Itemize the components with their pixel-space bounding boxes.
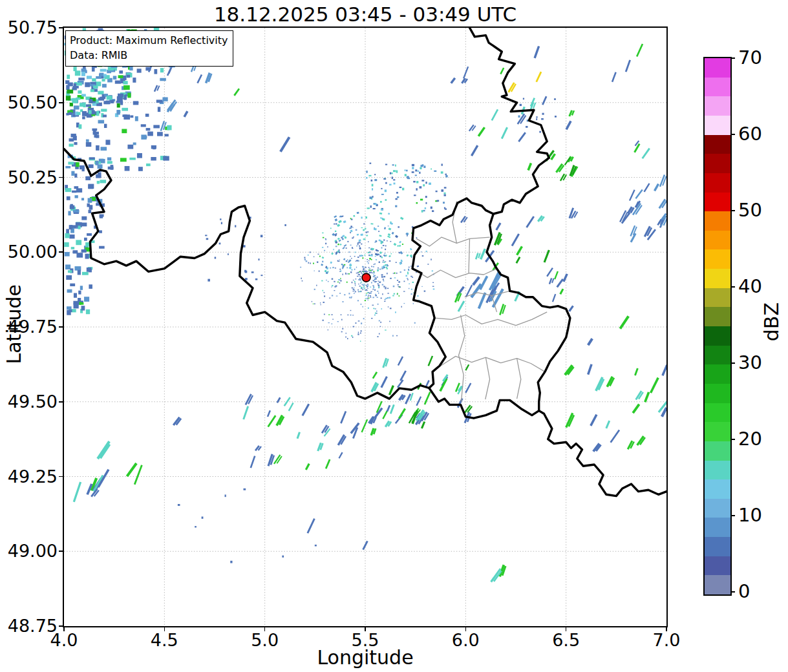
colorbar-segment [705,134,730,154]
colorbar-segment [705,575,730,594]
colorbar-tick-label: 20 [738,428,762,450]
colorbar-tick-mark [730,439,735,440]
y-tick-label: 50.50 [1,92,58,112]
colorbar-segment [705,288,730,307]
colorbar-segment [705,192,730,211]
y-tick-mark [59,625,63,627]
y-tick-label: 50.25 [1,167,58,187]
colorbar-tick-mark [730,362,735,364]
colorbar-label: dBZ [760,302,783,341]
colorbar-segment [705,77,730,96]
x-axis-label: Longitude [64,646,666,669]
y-tick-mark [59,251,63,253]
colorbar-tick-label: 70 [738,47,762,68]
colorbar-tick-label: 30 [738,352,762,373]
map-plot-area: Product: Maximum Reflectivity Data: RMIB [63,26,668,627]
y-tick-label: 50.00 [1,242,58,262]
product-line: Product: Maximum Reflectivity [70,33,228,48]
x-tick-mark [365,627,366,631]
radar-figure: 18.12.2025 03:45 - 03:49 UTC Product: Ma… [0,0,788,672]
colorbar-segment [705,154,730,173]
map-canvas [64,28,666,626]
colorbar-segment [705,460,730,479]
y-tick-mark [59,27,63,28]
colorbar-tick-mark [730,515,735,516]
colorbar-tick-mark [730,134,735,135]
colorbar-segment [705,422,730,441]
x-tick-mark [465,627,467,631]
colorbar-segment [705,307,730,326]
radar-site-marker [362,273,370,282]
figure-title: 18.12.2025 03:45 - 03:49 UTC [64,3,666,26]
colorbar-segment [705,96,730,116]
colorbar-segment [705,58,730,78]
colorbar-tick-mark [730,210,735,211]
y-tick-label: 49.50 [1,392,58,412]
colorbar-segment [705,211,730,231]
colorbar-segment [705,441,730,460]
x-tick-mark [63,627,65,631]
colorbar [703,57,732,596]
y-tick-mark [59,177,63,178]
colorbar-segment [705,345,730,364]
y-tick-mark [59,401,63,403]
product-info-box: Product: Maximum Reflectivity Data: RMIB [65,30,233,67]
radar-echoes-layer [64,28,666,582]
colorbar-segment [705,173,730,192]
y-tick-label: 50.75 [1,17,58,37]
colorbar-segment [705,230,730,249]
x-tick-mark [264,627,266,631]
colorbar-segment [705,326,730,346]
colorbar-segment [705,403,730,422]
colorbar-tick-label: 10 [738,504,762,526]
colorbar-segment [705,518,730,537]
colorbar-segment [705,479,730,499]
colorbar-tick-mark [730,591,735,593]
colorbar-tick-label: 50 [738,199,762,221]
colorbar-segment [705,498,730,518]
gridlines-layer [64,28,666,626]
y-tick-mark [59,551,63,552]
y-tick-label: 49.00 [1,541,58,561]
y-axis-label: Latitude [3,284,25,364]
x-tick-mark [566,627,567,631]
colorbar-tick-label: 60 [738,123,762,145]
y-tick-label: 48.75 [1,616,58,636]
colorbar-segment [705,384,730,403]
y-tick-label: 49.25 [1,467,58,487]
y-tick-mark [59,102,63,103]
colorbar-tick-mark [730,58,735,59]
colorbar-tick-mark [730,286,735,288]
colorbar-tick-label: 0 [738,580,750,602]
colorbar-segment [705,269,730,288]
x-tick-mark [666,627,667,631]
colorbar-segment [705,364,730,384]
colorbar-segment [705,537,730,556]
colorbar-segment [705,249,730,269]
colorbar-segment [705,116,730,135]
y-tick-mark [59,476,63,478]
colorbar-segment [705,556,730,575]
colorbar-tick-label: 40 [738,275,762,297]
x-tick-mark [164,627,165,631]
data-source-line: Data: RMIB [70,48,228,63]
y-tick-mark [59,326,63,328]
